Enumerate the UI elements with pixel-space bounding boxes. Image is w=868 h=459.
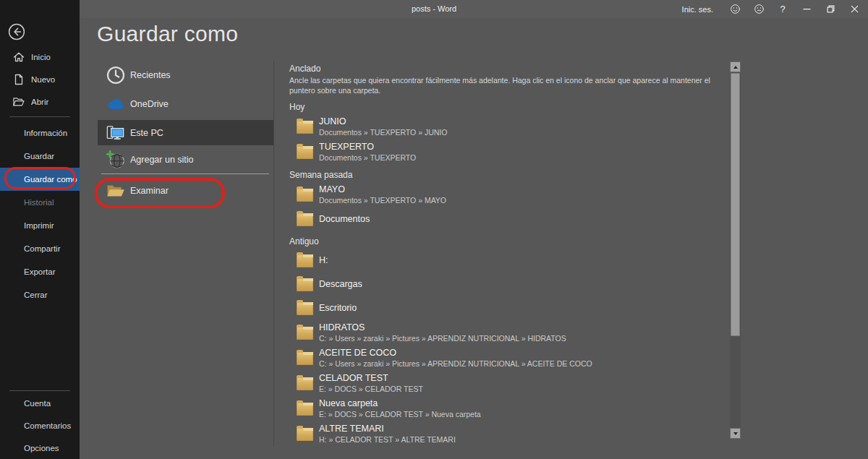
folder-h[interactable]: H: [289,249,728,273]
folder-icon [297,302,313,315]
places-panel: Recientes OneDrive Este PC Agregar un si… [98,63,273,204]
scroll-down-button[interactable] [730,428,741,439]
sidebar-item-nuevo[interactable]: Nuevo [0,68,80,90]
folder-path: C: » Users » zaraki » Pictures » APRENDI… [319,334,566,343]
folder-group: Hoy JUNIO Documentos » TUEXPERTO » JUNIO… [289,101,728,165]
folder-text: JUNIO Documentos » TUEXPERTO » JUNIO [319,116,447,137]
place-label: Examinar [130,186,169,196]
sidebar-item-cuenta[interactable]: Cuenta [0,392,80,414]
folder-junio[interactable]: JUNIO Documentos » TUEXPERTO » JUNIO [289,114,728,140]
sidebar-item-historial[interactable]: Historial [0,191,80,214]
sidebar-item-guardar-como[interactable]: Guardar como [0,168,80,191]
clock-icon [106,67,125,84]
folder-altre-temari[interactable]: ALTRE TEMARI H: » CELADOR TEST » ALTRE T… [289,421,728,447]
sidebar-item-label: Información [24,129,67,137]
folder-path: Documentos » TUEXPERTO » MAYO [319,196,446,205]
group-header: Semana pasada [289,169,728,181]
smiley-feedback-icon[interactable] [728,3,741,16]
sidebar-item-label: Opciones [24,444,59,452]
sidebar-item-label: Abrir [31,98,48,106]
back-button[interactable] [8,23,25,40]
frown-feedback-icon[interactable] [752,3,765,16]
folder-group: Antiguo H: Descargas Escritorio HIDRATOS… [289,236,728,447]
sidebar-top-nav: Inicio Nuevo Abrir [0,46,80,113]
folder-path: E: » DOCS » CELADOR TEST » Nueva carpeta [319,410,481,419]
sidebar-item-label: Inicio [31,53,51,61]
sidebar-item-exportar[interactable]: Exportar [0,260,80,283]
folder-text: ACEITE DE COCO C: » Users » zaraki » Pic… [319,348,592,369]
folder-icon [297,121,313,134]
minimize-icon[interactable] [800,3,813,16]
titlebar-controls: Inic. ses. ? [682,0,861,18]
sidebar-item-guardar[interactable]: Guardar [0,145,80,168]
folder-tuexperto[interactable]: TUEXPERTO Documentos » TUEXPERTO [289,140,728,165]
sidebar-item-label: Guardar [24,152,54,160]
scroll-up-button[interactable] [730,61,741,72]
folder-name: Nueva carpeta [319,398,481,409]
folder-text: CELADOR TEST E: » DOCS » CELADOR TEST [319,373,423,394]
sidebar-bottom-nav: Cuenta Comentarios Opciones [0,392,80,459]
open-folder-icon [12,95,25,108]
folder-path: C: » Users » zaraki » Pictures » APRENDI… [319,359,592,369]
folder-escritorio[interactable]: Escritorio [289,296,728,320]
sidebar-item-label: Compartir [24,244,60,253]
onedrive-icon [106,95,125,113]
panel-divider [273,61,274,446]
folder-icon [297,327,313,340]
folder-text: H: [319,255,328,266]
folder-aceite-de-coco[interactable]: ACEITE DE COCO C: » Users » zaraki » Pic… [289,346,728,371]
folder-text: ALTRE TEMARI H: » CELADOR TEST » ALTRE T… [319,424,456,445]
place-item-examinar[interactable]: Examinar [98,178,273,204]
folder-name: Escritorio [319,303,357,314]
place-item-agregar-un-sitio[interactable]: Agregar un sitio [98,147,273,172]
place-label: OneDrive [130,99,169,109]
sidebar-item-label: Imprimir [24,221,54,230]
sidebar-item-comentarios[interactable]: Comentarios [0,414,80,437]
folder-text: Nueva carpeta E: » DOCS » CELADOR TEST »… [319,398,481,419]
close-icon[interactable] [848,3,861,16]
help-icon[interactable]: ? [776,3,789,16]
folder-groups: Hoy JUNIO Documentos » TUEXPERTO » JUNIO… [289,101,728,447]
folder-hidratos[interactable]: HIDRATOS C: » Users » zaraki » Pictures … [289,320,728,346]
backstage-sidebar: Inicio Nuevo Abrir Información Guardar G… [0,0,80,459]
sidebar-item-informacion[interactable]: Información [0,121,80,145]
scrollbar-thumb[interactable] [731,73,740,336]
sidebar-divider [9,390,70,391]
sidebar-main-nav: Información Guardar Guardar como Histori… [0,121,80,306]
sidebar-item-label: Cerrar [24,291,48,299]
folder-documentos[interactable]: Documentos [289,207,728,231]
folder-name: MAYO [319,184,446,195]
sidebar-item-compartir[interactable]: Compartir [0,237,80,260]
sidebar-item-imprimir[interactable]: Imprimir [0,214,80,237]
folder-descargas[interactable]: Descargas [289,273,728,296]
folder-group: Semana pasada MAYO Documentos » TUEXPERT… [289,169,728,231]
restore-icon[interactable] [824,3,837,16]
folder-celador-test[interactable]: CELADOR TEST E: » DOCS » CELADOR TEST [289,371,728,396]
place-item-este-pc[interactable]: Este PC [98,120,273,145]
folder-path: Documentos » TUEXPERTO [319,153,416,163]
place-item-recientes[interactable]: Recientes [98,63,273,87]
folder-name: Descargas [319,279,362,290]
sidebar-divider [9,116,70,117]
pinned-header: Anclado [289,64,320,74]
this-pc-icon [106,124,125,142]
add-site-icon [106,151,125,168]
folder-mayo[interactable]: MAYO Documentos » TUEXPERTO » MAYO [289,182,728,207]
page-title: Guardar como [97,22,238,46]
folder-icon [297,278,313,291]
place-label: Agregar un sitio [130,155,194,165]
sidebar-item-label: Historial [24,198,54,207]
place-item-onedrive[interactable]: OneDrive [98,92,273,116]
sign-in-button[interactable]: Inic. ses. [682,5,713,14]
places-divider [101,173,269,174]
home-icon [12,51,25,63]
sidebar-item-abrir[interactable]: Abrir [0,90,80,113]
sidebar-item-inicio[interactable]: Inicio [0,46,80,68]
group-folder-list: JUNIO Documentos » TUEXPERTO » JUNIO TUE… [289,114,728,165]
sidebar-item-cerrar[interactable]: Cerrar [0,283,80,306]
folder-icon [297,213,313,226]
scrollbar-track[interactable] [730,61,741,439]
folder-nueva-carpeta[interactable]: Nueva carpeta E: » DOCS » CELADOR TEST »… [289,396,728,421]
folder-name: Documentos [319,214,370,225]
sidebar-item-opciones[interactable]: Opciones [0,437,80,459]
